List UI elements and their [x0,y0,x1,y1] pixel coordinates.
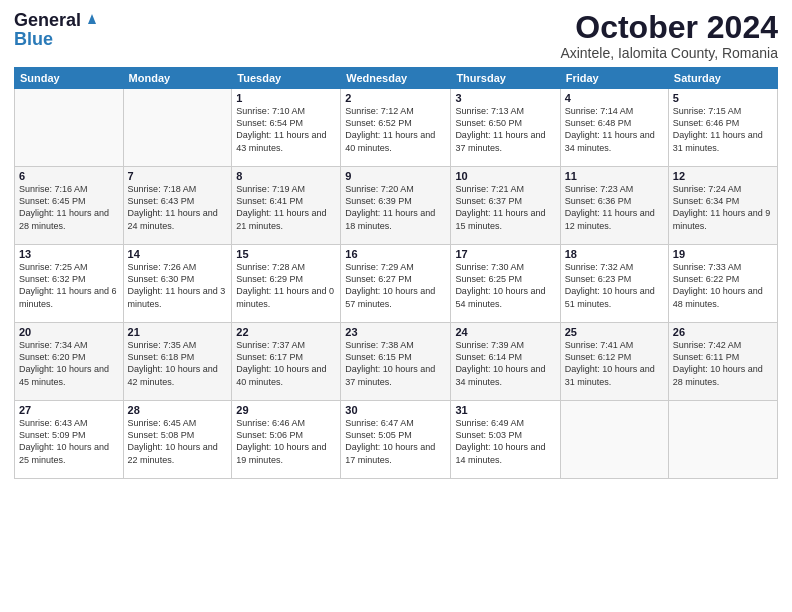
table-row: 9Sunrise: 7:20 AMSunset: 6:39 PMDaylight… [341,167,451,245]
table-row: 8Sunrise: 7:19 AMSunset: 6:41 PMDaylight… [232,167,341,245]
day-number: 14 [128,248,228,260]
day-number: 25 [565,326,664,338]
day-number: 31 [455,404,555,416]
day-info: Sunrise: 6:49 AMSunset: 5:03 PMDaylight:… [455,417,555,466]
day-info: Sunrise: 7:42 AMSunset: 6:11 PMDaylight:… [673,339,773,388]
table-row [668,401,777,479]
day-info: Sunrise: 7:24 AMSunset: 6:34 PMDaylight:… [673,183,773,232]
table-row: 31Sunrise: 6:49 AMSunset: 5:03 PMDayligh… [451,401,560,479]
day-info: Sunrise: 7:12 AMSunset: 6:52 PMDaylight:… [345,105,446,154]
day-number: 11 [565,170,664,182]
day-number: 3 [455,92,555,104]
day-info: Sunrise: 7:29 AMSunset: 6:27 PMDaylight:… [345,261,446,310]
day-number: 17 [455,248,555,260]
table-row: 5Sunrise: 7:15 AMSunset: 6:46 PMDaylight… [668,89,777,167]
day-info: Sunrise: 7:38 AMSunset: 6:15 PMDaylight:… [345,339,446,388]
day-info: Sunrise: 7:20 AMSunset: 6:39 PMDaylight:… [345,183,446,232]
day-number: 26 [673,326,773,338]
day-number: 12 [673,170,773,182]
day-info: Sunrise: 7:23 AMSunset: 6:36 PMDaylight:… [565,183,664,232]
table-row: 15Sunrise: 7:28 AMSunset: 6:29 PMDayligh… [232,245,341,323]
day-number: 21 [128,326,228,338]
table-row: 1Sunrise: 7:10 AMSunset: 6:54 PMDaylight… [232,89,341,167]
header-sunday: Sunday [15,68,124,89]
table-row: 19Sunrise: 7:33 AMSunset: 6:22 PMDayligh… [668,245,777,323]
day-info: Sunrise: 6:46 AMSunset: 5:06 PMDaylight:… [236,417,336,466]
table-row [560,401,668,479]
table-row: 14Sunrise: 7:26 AMSunset: 6:30 PMDayligh… [123,245,232,323]
calendar-week-row: 1Sunrise: 7:10 AMSunset: 6:54 PMDaylight… [15,89,778,167]
table-row: 17Sunrise: 7:30 AMSunset: 6:25 PMDayligh… [451,245,560,323]
day-number: 1 [236,92,336,104]
header-saturday: Saturday [668,68,777,89]
day-number: 22 [236,326,336,338]
table-row: 10Sunrise: 7:21 AMSunset: 6:37 PMDayligh… [451,167,560,245]
table-row: 23Sunrise: 7:38 AMSunset: 6:15 PMDayligh… [341,323,451,401]
day-info: Sunrise: 7:30 AMSunset: 6:25 PMDaylight:… [455,261,555,310]
day-number: 13 [19,248,119,260]
logo: General Blue [14,10,100,48]
day-info: Sunrise: 7:39 AMSunset: 6:14 PMDaylight:… [455,339,555,388]
day-number: 16 [345,248,446,260]
table-row: 29Sunrise: 6:46 AMSunset: 5:06 PMDayligh… [232,401,341,479]
day-info: Sunrise: 7:18 AMSunset: 6:43 PMDaylight:… [128,183,228,232]
day-number: 15 [236,248,336,260]
day-info: Sunrise: 7:10 AMSunset: 6:54 PMDaylight:… [236,105,336,154]
calendar-week-row: 20Sunrise: 7:34 AMSunset: 6:20 PMDayligh… [15,323,778,401]
day-number: 27 [19,404,119,416]
logo-icon [84,10,100,26]
day-info: Sunrise: 7:35 AMSunset: 6:18 PMDaylight:… [128,339,228,388]
table-row: 18Sunrise: 7:32 AMSunset: 6:23 PMDayligh… [560,245,668,323]
month-title: October 2024 [560,10,778,45]
day-number: 28 [128,404,228,416]
header: General Blue October 2024 Axintele, Ialo… [14,10,778,61]
day-number: 6 [19,170,119,182]
table-row: 7Sunrise: 7:18 AMSunset: 6:43 PMDaylight… [123,167,232,245]
svg-marker-0 [88,14,96,24]
day-number: 18 [565,248,664,260]
header-monday: Monday [123,68,232,89]
day-number: 24 [455,326,555,338]
day-number: 29 [236,404,336,416]
table-row: 30Sunrise: 6:47 AMSunset: 5:05 PMDayligh… [341,401,451,479]
header-tuesday: Tuesday [232,68,341,89]
day-info: Sunrise: 7:19 AMSunset: 6:41 PMDaylight:… [236,183,336,232]
location: Axintele, Ialomita County, Romania [560,45,778,61]
day-number: 23 [345,326,446,338]
table-row [15,89,124,167]
day-number: 10 [455,170,555,182]
day-info: Sunrise: 7:21 AMSunset: 6:37 PMDaylight:… [455,183,555,232]
table-row: 25Sunrise: 7:41 AMSunset: 6:12 PMDayligh… [560,323,668,401]
table-row: 16Sunrise: 7:29 AMSunset: 6:27 PMDayligh… [341,245,451,323]
table-row: 22Sunrise: 7:37 AMSunset: 6:17 PMDayligh… [232,323,341,401]
table-row: 11Sunrise: 7:23 AMSunset: 6:36 PMDayligh… [560,167,668,245]
day-info: Sunrise: 6:43 AMSunset: 5:09 PMDaylight:… [19,417,119,466]
day-info: Sunrise: 7:13 AMSunset: 6:50 PMDaylight:… [455,105,555,154]
header-thursday: Thursday [451,68,560,89]
day-number: 8 [236,170,336,182]
day-info: Sunrise: 7:32 AMSunset: 6:23 PMDaylight:… [565,261,664,310]
logo-general-text: General [14,11,81,29]
day-info: Sunrise: 7:25 AMSunset: 6:32 PMDaylight:… [19,261,119,310]
day-info: Sunrise: 7:16 AMSunset: 6:45 PMDaylight:… [19,183,119,232]
day-info: Sunrise: 7:33 AMSunset: 6:22 PMDaylight:… [673,261,773,310]
day-number: 30 [345,404,446,416]
day-number: 2 [345,92,446,104]
day-number: 5 [673,92,773,104]
day-number: 19 [673,248,773,260]
table-row: 26Sunrise: 7:42 AMSunset: 6:11 PMDayligh… [668,323,777,401]
calendar-week-row: 13Sunrise: 7:25 AMSunset: 6:32 PMDayligh… [15,245,778,323]
header-wednesday: Wednesday [341,68,451,89]
day-info: Sunrise: 7:15 AMSunset: 6:46 PMDaylight:… [673,105,773,154]
table-row: 24Sunrise: 7:39 AMSunset: 6:14 PMDayligh… [451,323,560,401]
table-row: 6Sunrise: 7:16 AMSunset: 6:45 PMDaylight… [15,167,124,245]
day-info: Sunrise: 7:34 AMSunset: 6:20 PMDaylight:… [19,339,119,388]
day-number: 4 [565,92,664,104]
day-info: Sunrise: 7:41 AMSunset: 6:12 PMDaylight:… [565,339,664,388]
title-block: October 2024 Axintele, Ialomita County, … [560,10,778,61]
day-number: 9 [345,170,446,182]
table-row: 28Sunrise: 6:45 AMSunset: 5:08 PMDayligh… [123,401,232,479]
day-info: Sunrise: 7:26 AMSunset: 6:30 PMDaylight:… [128,261,228,310]
page: General Blue October 2024 Axintele, Ialo… [0,0,792,612]
calendar-week-row: 6Sunrise: 7:16 AMSunset: 6:45 PMDaylight… [15,167,778,245]
